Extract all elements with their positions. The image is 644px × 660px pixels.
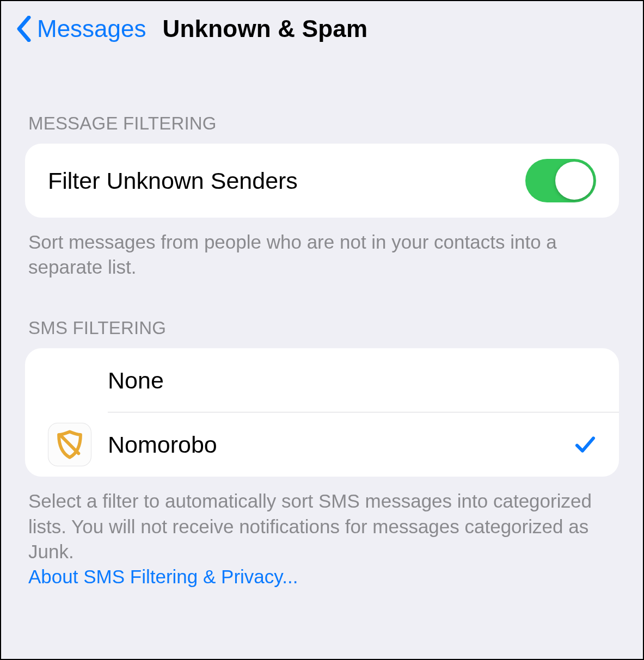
back-label: Messages — [37, 15, 146, 42]
message-filtering-footer: Sort messages from people who are not in… — [25, 218, 619, 280]
message-filtering-panel: Filter Unknown Senders — [25, 144, 619, 218]
sms-option-nomorobo[interactable]: Nomorobo — [25, 412, 619, 477]
shield-icon — [54, 429, 85, 460]
section-header-message-filtering: MESSAGE FILTERING — [25, 113, 619, 144]
sms-footer-text: Select a filter to automatically sort SM… — [28, 490, 592, 562]
sms-filtering-panel: None Nomorobo — [25, 348, 619, 477]
chevron-left-icon — [16, 16, 32, 42]
sms-option-label: Nomorobo — [108, 431, 574, 458]
switch-knob — [555, 162, 593, 200]
filter-unknown-label: Filter Unknown Senders — [48, 168, 298, 194]
sms-filtering-footer: Select a filter to automatically sort SM… — [25, 477, 619, 589]
sms-privacy-link[interactable]: About SMS Filtering & Privacy... — [28, 566, 298, 587]
section-header-sms-filtering: SMS FILTERING — [25, 318, 619, 348]
nomorobo-app-icon — [48, 423, 91, 466]
sms-option-none[interactable]: None — [25, 348, 619, 412]
filter-unknown-toggle[interactable] — [525, 159, 596, 202]
checkmark-icon — [574, 434, 596, 455]
filter-unknown-row: Filter Unknown Senders — [25, 144, 619, 218]
sms-option-label: None — [108, 367, 596, 394]
page-title: Unknown & Spam — [163, 15, 368, 42]
back-button[interactable]: Messages — [16, 15, 146, 42]
